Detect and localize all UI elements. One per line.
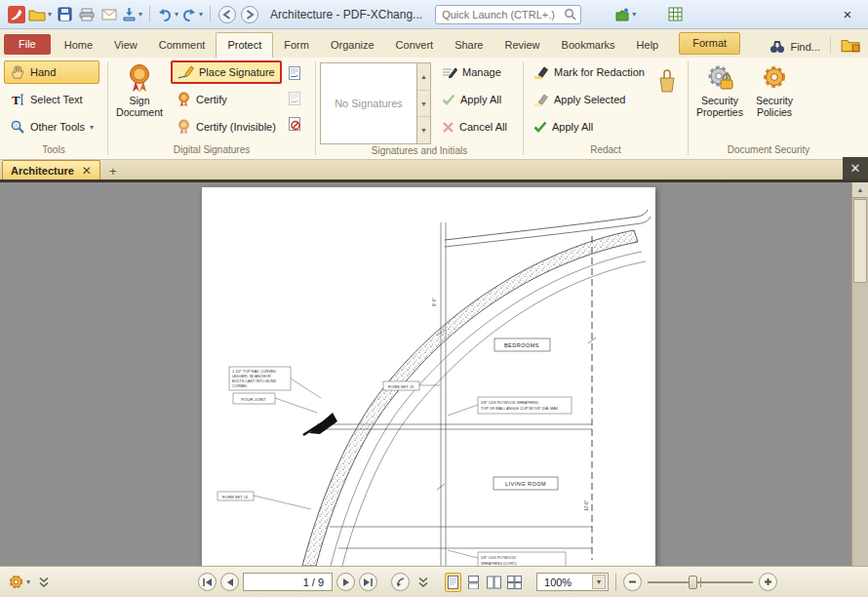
previous-view-icon [396,577,406,587]
layout-two-pages-button[interactable] [486,573,502,592]
scrollbar-up-arrow[interactable]: ▲ [852,182,868,198]
tab-comment[interactable]: Comment [148,33,217,58]
other-tools-label: Other Tools [30,121,85,133]
page-number-box[interactable]: / 9 [243,573,333,591]
cancel-all-x-pale-icon [442,121,454,134]
plugins-button[interactable]: ▾ [614,4,636,25]
redo-button[interactable]: ▾ [181,4,203,25]
last-page-button[interactable] [359,573,377,591]
nav-back-button[interactable] [217,4,237,25]
apply-all-check-pale-icon [442,94,455,105]
sign-document-button[interactable]: Sign Document [112,60,167,143]
new-tab-button[interactable]: + [104,163,122,179]
collapse-statusbar-button[interactable] [34,573,54,592]
gallery-scroll-up-button[interactable]: ▲ [417,63,430,91]
tab-home[interactable]: Home [54,33,103,58]
continuous-pages-icon [468,576,479,589]
window-close-button[interactable]: × [835,6,860,22]
page-number-input[interactable] [284,577,309,588]
statusbar-options-button[interactable]: ▾ [8,573,30,592]
folder-icon [841,37,860,53]
apply-all-signatures-button[interactable]: Apply All [436,88,513,111]
vertical-scrollbar[interactable]: ▲ [851,182,868,566]
email-button[interactable] [99,4,119,25]
signatures-gallery[interactable]: No Signatures [320,62,417,144]
previous-view-button[interactable] [391,573,410,591]
first-page-button[interactable] [198,573,217,591]
mark-for-redaction-button[interactable]: Mark for Redaction [528,60,651,84]
print-button[interactable] [77,4,97,25]
tab-review[interactable]: Review [493,33,550,58]
zoom-slider-thumb[interactable] [689,576,697,589]
save-button[interactable] [55,4,74,25]
tab-bar-close-button[interactable]: ✕ [843,157,868,179]
tab-file[interactable]: File [4,34,51,55]
select-text-button[interactable]: T Select Text [4,88,99,111]
zoom-dropdown-arrow[interactable]: ▼ [592,575,606,589]
export-button[interactable]: ▾ [122,4,142,25]
tab-help[interactable]: Help [626,33,670,58]
open-button[interactable]: ▾ [28,4,52,25]
certify-invisible-button[interactable]: Certify (Invisible) [171,115,282,139]
layout-single-page-button[interactable] [445,573,461,592]
document-tab-bar: Architecture ✕ + ✕ [0,160,868,182]
undo-icon [157,8,173,21]
document-tab-close-icon[interactable]: ✕ [82,164,92,178]
signature-remove-button[interactable] [286,114,303,134]
document-tab-label: Architecture [11,165,74,177]
tab-bookmarks[interactable]: Bookmarks [551,33,626,58]
find-button[interactable]: Find... [764,36,826,58]
place-signature-label: Place Signature [199,66,275,78]
hand-tool-button[interactable]: Hand [4,60,99,84]
undo-button[interactable]: ▾ [157,4,178,25]
layout-two-pages-continuous-button[interactable] [506,573,523,592]
pdf-page[interactable]: 9'-0" 10'-6" BEDROOMS LIVING ROOM FORM S… [202,187,655,566]
apply-selected-redaction-button[interactable]: Apply Selected [528,88,651,111]
tab-organize[interactable]: Organize [320,33,385,58]
tab-share[interactable]: Share [444,33,493,58]
tab-form[interactable]: Form [273,33,320,58]
certify-button[interactable]: Certify [171,88,282,111]
tab-convert[interactable]: Convert [385,33,445,58]
tab-protect[interactable]: Protect [216,32,273,58]
document-tab-architecture[interactable]: Architecture ✕ [2,160,100,179]
quick-launch-box[interactable] [435,5,581,24]
next-page-button[interactable] [336,573,355,591]
form-set-4-label: FORM SET #4 [222,495,249,499]
nav-forward-button[interactable] [240,4,259,25]
panel-folder-button[interactable] [841,37,860,55]
redo-dropdown-arrow: ▾ [199,10,203,19]
rosette-icon [126,63,153,93]
zoom-slider[interactable] [646,573,755,592]
signature-page-button[interactable] [286,63,303,83]
zoom-in-button[interactable] [759,573,777,591]
security-properties-button[interactable]: Security Properties [692,60,747,143]
hand-icon [10,64,25,80]
view-history-expand-button[interactable] [414,573,433,592]
zoom-out-button[interactable] [623,573,642,591]
layout-continuous-button[interactable] [465,573,482,592]
security-properties-label: Security Properties [693,95,746,118]
document-area[interactable]: 9'-0" 10'-6" BEDROOMS LIVING ROOM FORM S… [0,182,868,566]
session-grid-button[interactable] [665,4,685,25]
signature-page-pale-button[interactable] [286,89,303,108]
scrollbar-thumb[interactable] [853,199,867,283]
apply-all-redaction-button[interactable]: Apply All [528,115,651,139]
security-policies-button[interactable]: Security Policies [747,60,802,143]
cancel-all-signatures-button[interactable]: Cancel All [436,115,513,139]
other-tools-button[interactable]: Other Tools ▾ [4,115,99,139]
zoom-combo[interactable]: 100% ▼ [536,573,609,591]
gallery-expand-button[interactable]: ▼ [417,117,430,143]
manage-signatures-button[interactable]: Manage [436,60,513,84]
place-signature-button[interactable]: Place Signature [171,60,282,84]
tab-view[interactable]: View [103,33,148,58]
quick-launch-input[interactable] [442,9,564,20]
tab-format[interactable]: Format [679,32,740,55]
group-document-security-content: Security Properties Security Policies [689,58,848,143]
sanitize-document-button[interactable] [656,66,678,96]
forward-circle-icon [240,5,259,24]
ribbon-separator [830,36,831,54]
note-left-line-1: 1-1/2" TOP RAIL CURVED [232,370,276,374]
previous-page-button[interactable] [220,573,239,591]
gallery-scroll-down-button[interactable]: ▼ [417,91,430,118]
